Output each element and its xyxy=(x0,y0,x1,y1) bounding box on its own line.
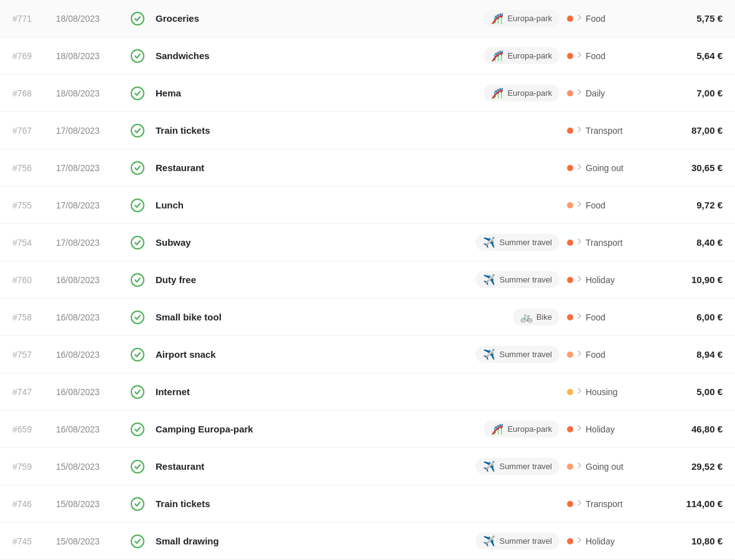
transaction-category: Housing xyxy=(567,387,654,397)
table-row[interactable]: #75617/08/2023RestaurantGoing out30,65 € xyxy=(0,149,735,187)
transaction-tags: 🎢Europa-park xyxy=(484,47,559,64)
check-icon-col xyxy=(131,12,156,26)
transaction-amount: 6,00 € xyxy=(654,312,723,322)
table-row[interactable]: #76918/08/2023Sandwiches🎢Europa-parkFood… xyxy=(0,37,735,75)
category-label: Housing xyxy=(586,387,617,397)
check-icon xyxy=(131,198,144,212)
transaction-date: 17/08/2023 xyxy=(56,238,131,248)
category-label: Food xyxy=(586,51,606,61)
transaction-tags: 🎢Europa-park xyxy=(484,85,559,101)
check-icon xyxy=(131,460,144,474)
table-row[interactable]: #74615/08/2023Train ticketsTransport114,… xyxy=(0,485,735,523)
table-row[interactable]: #77118/08/2023Groceries🎢Europa-parkFood5… xyxy=(0,0,735,37)
transaction-category: Holiday xyxy=(567,424,654,434)
transaction-name: Airport snack xyxy=(156,349,475,360)
category-arrow-icon xyxy=(577,51,582,60)
category-dot xyxy=(567,538,573,544)
table-row[interactable]: #75517/08/2023LunchFood9,72 € xyxy=(0,187,735,224)
transaction-id: #771 xyxy=(12,14,56,24)
transaction-tags: 🎢Europa-park xyxy=(484,421,559,437)
transaction-id: #759 xyxy=(12,462,56,472)
transaction-tags: ✈️Summer travel xyxy=(475,458,559,475)
transaction-date: 16/08/2023 xyxy=(56,424,131,434)
tag-pill[interactable]: ✈️Summer travel xyxy=(475,346,559,363)
transaction-id: #757 xyxy=(12,350,56,360)
transaction-name: Restaurant xyxy=(156,461,475,472)
transaction-category: Food xyxy=(567,312,654,322)
category-arrow-icon xyxy=(577,88,582,98)
category-arrow-icon xyxy=(577,499,582,508)
table-row[interactable]: #65916/08/2023Camping Europa-park🎢Europa… xyxy=(0,411,735,448)
category-label: Food xyxy=(586,312,606,322)
category-arrow-icon xyxy=(577,200,582,210)
transaction-id: #747 xyxy=(12,387,56,397)
table-row[interactable]: #74515/08/2023Small drawing✈️Summer trav… xyxy=(0,523,735,560)
category-arrow-icon xyxy=(577,424,582,434)
category-label: Transport xyxy=(586,499,622,509)
transaction-name: Lunch xyxy=(156,200,559,210)
category-label: Food xyxy=(586,200,606,210)
table-row[interactable]: #75716/08/2023Airport snack✈️Summer trav… xyxy=(0,336,735,373)
check-icon xyxy=(131,161,144,175)
transaction-id: #659 xyxy=(12,424,56,434)
category-dot xyxy=(567,16,573,22)
category-arrow-icon xyxy=(577,14,582,23)
tag-pill[interactable]: ✈️Summer travel xyxy=(475,533,559,549)
category-dot xyxy=(567,426,573,432)
transaction-name: Duty free xyxy=(156,274,475,285)
table-row[interactable]: #76818/08/2023Hema🎢Europa-parkDaily7,00 … xyxy=(0,75,735,112)
transaction-tags: ✈️Summer travel xyxy=(475,533,559,549)
check-icon xyxy=(131,236,144,250)
tag-label: Summer travel xyxy=(499,536,552,546)
transaction-name: Subway xyxy=(156,237,475,248)
table-row[interactable]: #76717/08/2023Train ticketsTransport87,0… xyxy=(0,112,735,149)
transaction-amount: 9,72 € xyxy=(654,200,723,210)
transaction-category: Going out xyxy=(567,462,654,472)
check-icon-col xyxy=(131,198,156,212)
category-dot xyxy=(567,128,573,134)
category-arrow-icon xyxy=(577,163,582,172)
check-icon-col xyxy=(131,534,156,548)
tag-emoji: ✈️ xyxy=(483,274,495,286)
table-row[interactable]: #74716/08/2023InternetHousing5,00 € xyxy=(0,373,735,411)
table-row[interactable]: #75417/08/2023Subway✈️Summer travelTrans… xyxy=(0,224,735,261)
transaction-category: Food xyxy=(567,14,654,24)
transaction-name: Camping Europa-park xyxy=(156,424,484,434)
tag-emoji: 🎢 xyxy=(491,423,503,435)
table-row[interactable]: #75915/08/2023Restaurant✈️Summer travelG… xyxy=(0,448,735,485)
tag-pill[interactable]: 🎢Europa-park xyxy=(484,10,559,27)
transaction-amount: 10,90 € xyxy=(654,274,723,285)
tag-pill[interactable]: ✈️Summer travel xyxy=(475,458,559,475)
transaction-name: Train tickets xyxy=(156,498,559,509)
tag-pill[interactable]: 🎢Europa-park xyxy=(484,85,559,101)
transaction-id: #767 xyxy=(12,126,56,136)
category-dot xyxy=(567,277,573,283)
tag-pill[interactable]: 🎢Europa-park xyxy=(484,47,559,64)
transaction-category: Transport xyxy=(567,238,654,248)
transaction-tags: ✈️Summer travel xyxy=(475,271,559,288)
transaction-amount: 29,52 € xyxy=(654,461,723,472)
tag-pill[interactable]: 🚲Bike xyxy=(513,309,559,325)
transaction-tags: 🎢Europa-park xyxy=(484,10,559,27)
transaction-name: Train tickets xyxy=(156,125,559,136)
table-row[interactable]: #75816/08/2023Small bike tool🚲BikeFood6,… xyxy=(0,299,735,336)
tag-emoji: ✈️ xyxy=(483,535,495,547)
transaction-name: Small bike tool xyxy=(156,312,513,322)
tag-pill[interactable]: ✈️Summer travel xyxy=(475,234,559,251)
transaction-id: #769 xyxy=(12,51,56,61)
category-label: Transport xyxy=(586,238,622,248)
check-icon-col xyxy=(131,161,156,175)
category-dot xyxy=(567,53,573,59)
category-label: Going out xyxy=(586,163,624,173)
category-dot xyxy=(567,464,573,470)
tag-pill[interactable]: 🎢Europa-park xyxy=(484,421,559,437)
transaction-amount: 46,80 € xyxy=(654,424,723,434)
table-row[interactable]: #76016/08/2023Duty free✈️Summer travelHo… xyxy=(0,261,735,299)
category-label: Holiday xyxy=(586,275,615,285)
check-icon xyxy=(131,310,144,324)
category-arrow-icon xyxy=(577,312,582,322)
check-icon-col xyxy=(131,124,156,138)
check-icon-col xyxy=(131,497,156,511)
check-icon-col xyxy=(131,86,156,100)
tag-pill[interactable]: ✈️Summer travel xyxy=(475,271,559,288)
